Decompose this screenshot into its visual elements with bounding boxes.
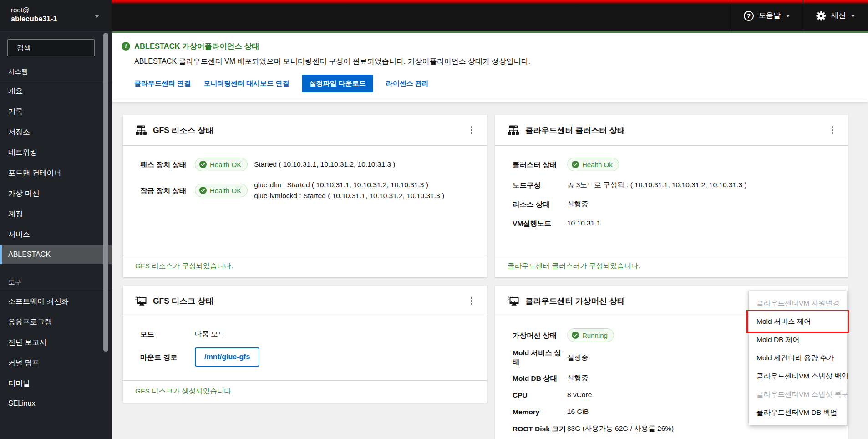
menu-item-vm-resource-change: 클라우드센터VM 자원변경 bbox=[749, 294, 847, 312]
card-gfs-resource: GFS 리소스 상태 펜스 장치 상태 Health OK St bbox=[123, 115, 487, 277]
sidebar-item-ablestack[interactable]: ABLESTACK bbox=[0, 245, 112, 264]
masthead: root@ ablecube31-1 ? 도움말 bbox=[0, 0, 868, 31]
card-title: 클라우드센터 클러스터 상태 bbox=[525, 125, 625, 136]
row-label: VM실행노드 bbox=[513, 219, 567, 228]
vm-actions-dropdown-menu: 클라우드센터VM 자원변경 Mold 서비스 제어 Mold DB 제어 Mol… bbox=[749, 291, 847, 425]
menu-item-vm-db-backup[interactable]: 클라우드센터VM DB 백업 bbox=[749, 403, 847, 422]
sidebar-item-applications[interactable]: 응용프로그램 bbox=[0, 312, 112, 332]
help-label: 도움말 bbox=[759, 11, 781, 20]
sidebar-item-services[interactable]: 서비스 bbox=[0, 225, 112, 245]
session-menu[interactable]: 세션 bbox=[803, 0, 868, 31]
sidebar-scrollbar[interactable] bbox=[103, 33, 108, 352]
question-circle-icon: ? bbox=[744, 11, 754, 21]
card-title: 클라우드센터 가상머신 상태 bbox=[525, 296, 625, 306]
cloudcenter-connect-link[interactable]: 클라우드센터 연결 bbox=[134, 79, 191, 88]
banner-title: ABLESTACK 가상어플라이언스 상태 bbox=[134, 41, 530, 51]
session-label: 세션 bbox=[831, 11, 846, 20]
kebab-menu-button[interactable] bbox=[828, 123, 837, 138]
row-label: 마운트 경로 bbox=[140, 352, 195, 362]
chevron-down-icon bbox=[786, 15, 790, 17]
row-label: ROOT Disk 크기 bbox=[513, 424, 567, 434]
row-label: Memory bbox=[513, 407, 567, 417]
row-value: 8 vCore bbox=[567, 389, 592, 400]
card-title: GFS 리소스 상태 bbox=[153, 125, 213, 136]
sidebar-item-terminal[interactable]: 터미널 bbox=[0, 373, 112, 394]
check-circle-icon bbox=[199, 161, 207, 168]
host-name: ablecube31-1 bbox=[11, 14, 101, 24]
row-value: 83G (사용가능 62G / 사용률 26%) bbox=[567, 423, 674, 434]
chevron-down-icon bbox=[94, 15, 100, 18]
row-label: 노드구성 bbox=[513, 180, 567, 190]
menu-item-mold-service-control[interactable]: Mold 서비스 제어 bbox=[749, 312, 847, 331]
row-label: Mold 서비스 상태 bbox=[513, 348, 567, 367]
sidebar-item-logs[interactable]: 기록 bbox=[0, 102, 112, 122]
sidebar-item-podman[interactable]: 포드맨 컨테이너 bbox=[0, 163, 112, 184]
nav-spacer bbox=[0, 264, 112, 271]
search-input[interactable] bbox=[17, 44, 108, 52]
health-ok-badge: Health Ok bbox=[567, 158, 619, 171]
config-download-button[interactable]: 설정파일 다운로드 bbox=[302, 75, 373, 92]
row-value: 실행중 bbox=[567, 199, 589, 209]
row-label: 가상머신 상태 bbox=[513, 331, 567, 340]
sidebar-item-selinux[interactable]: SELinux bbox=[0, 394, 112, 413]
sidebar-search[interactable] bbox=[7, 39, 95, 56]
card-gfs-disk: GFS 디스크 상태 모드 다중 모드 마운트 경로 /mnt/glue-gfs… bbox=[123, 286, 487, 403]
nav-section-tools: 도구 bbox=[0, 271, 112, 291]
health-ok-badge: Health OK bbox=[195, 158, 248, 171]
sidebar-item-software-updates[interactable]: 소프트웨어 최신화 bbox=[0, 291, 112, 312]
monitoring-dashboard-link[interactable]: 모니터링센터 대시보드 연결 bbox=[203, 79, 289, 88]
help-menu[interactable]: ? 도움말 bbox=[731, 0, 803, 31]
mount-path-button[interactable]: /mnt/glue-gfs bbox=[195, 347, 259, 367]
display-icon bbox=[135, 296, 147, 306]
row-value: glue-dlm : Started ( 10.10.31.1, 10.10.3… bbox=[254, 179, 444, 201]
banner-description: ABLESTACK 클라우드센터 VM 배포되었으며 모니터링센터 구성이 완료… bbox=[134, 57, 530, 66]
row-value: 실행중 bbox=[567, 373, 589, 383]
sidebar-item-networking[interactable]: 네트워킹 bbox=[0, 143, 112, 163]
row-label: Mold DB 상태 bbox=[513, 373, 567, 383]
menu-item-mold-secondary-capacity[interactable]: Mold 세컨더리 용량 추가 bbox=[749, 349, 847, 367]
card-footer-status: GFS 디스크가 생성되었습니다. bbox=[123, 380, 487, 403]
gear-icon bbox=[816, 11, 826, 21]
banner-actions: 클라우드센터 연결 모니터링센터 대시보드 연결 설정파일 다운로드 라이센스 … bbox=[134, 75, 530, 92]
kebab-menu-button[interactable] bbox=[467, 123, 476, 138]
row-value: 16 GiB bbox=[567, 406, 589, 417]
sidebar-item-diagnostic[interactable]: 진단 보고서 bbox=[0, 332, 112, 353]
sidebar-item-accounts[interactable]: 계정 bbox=[0, 204, 112, 225]
sidebar-item-storage[interactable]: 저장소 bbox=[0, 122, 112, 143]
row-label: 잠금 장치 상태 bbox=[140, 186, 195, 195]
sitemap-icon bbox=[135, 125, 147, 136]
status-banner: i ABLESTACK 가상어플라이언스 상태 ABLESTACK 클라우드센터… bbox=[112, 31, 868, 102]
row-label: 모드 bbox=[140, 329, 195, 339]
card-cloudcenter-cluster: 클라우드센터 클러스터 상태 클러스터 상태 Health Ok bbox=[495, 115, 848, 277]
row-value: 총 3노드로 구성됨 : ( 10.10.31.1, 10.10.31.2, 1… bbox=[567, 179, 747, 190]
menu-item-mold-db-control[interactable]: Mold DB 제어 bbox=[749, 331, 847, 349]
check-circle-icon bbox=[199, 187, 207, 194]
info-icon: i bbox=[122, 42, 130, 51]
row-value: Started ( 10.10.31.1, 10.10.31.2, 10.10.… bbox=[254, 159, 395, 170]
card-footer-status: 클라우드센터 클러스터가 구성되었습니다. bbox=[495, 255, 848, 277]
kebab-menu-button[interactable] bbox=[467, 293, 476, 309]
menu-item-vm-snapshot-restore: 클라우드센터VM 스냅샷 복구 bbox=[749, 385, 847, 403]
row-label: 클러스터 상태 bbox=[513, 160, 567, 169]
license-manage-link[interactable]: 라이센스 관리 bbox=[386, 79, 429, 88]
row-value: 실행중 bbox=[567, 352, 589, 363]
row-label: 리소스 상태 bbox=[513, 199, 567, 209]
running-badge: Running bbox=[567, 328, 614, 342]
host-user: root@ bbox=[11, 5, 101, 14]
host-switcher[interactable]: root@ ablecube31-1 bbox=[0, 0, 112, 31]
row-label: CPU bbox=[513, 390, 567, 400]
sitemap-icon bbox=[508, 125, 519, 136]
check-circle-icon bbox=[572, 332, 579, 339]
sidebar-item-overview[interactable]: 개요 bbox=[0, 81, 112, 102]
row-value: 10.10.31.1 bbox=[567, 218, 600, 229]
check-circle-icon bbox=[572, 161, 579, 168]
nav-section-system: 시스템 bbox=[0, 60, 112, 81]
menu-item-vm-snapshot-backup[interactable]: 클라우드센터VM 스냅샷 백업 bbox=[749, 367, 847, 385]
card-title: GFS 디스크 상태 bbox=[153, 296, 213, 306]
card-footer-status: GFS 리소스가 구성되었습니다. bbox=[123, 255, 487, 277]
row-label: 펜스 장치 상태 bbox=[140, 160, 195, 169]
masthead-toolbar: ? 도움말 세션 bbox=[731, 0, 868, 31]
chevron-down-icon bbox=[851, 15, 855, 17]
sidebar-item-kdump[interactable]: 커널 덤프 bbox=[0, 353, 112, 373]
sidebar-item-vms[interactable]: 가상 머신 bbox=[0, 184, 112, 204]
